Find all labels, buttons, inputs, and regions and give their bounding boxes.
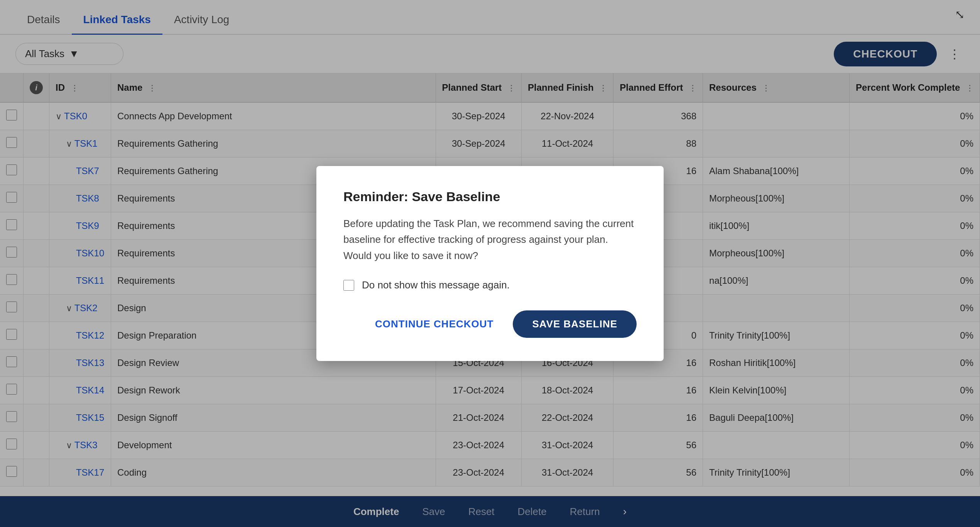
modal-body: Before updating the Task Plan, we recomm… bbox=[343, 216, 637, 264]
save-baseline-button[interactable]: SAVE BASELINE bbox=[513, 310, 637, 338]
dont-show-label: Do not show this message again. bbox=[362, 279, 510, 291]
modal-actions: CONTINUE CHECKOUT SAVE BASELINE bbox=[343, 310, 637, 338]
main-container: Details Linked Tasks Activity Log ⤡ All … bbox=[0, 0, 980, 527]
continue-checkout-button[interactable]: CONTINUE CHECKOUT bbox=[367, 312, 501, 336]
modal-checkbox-row: Do not show this message again. bbox=[343, 279, 637, 291]
modal-dialog: Reminder: Save Baseline Before updating … bbox=[316, 166, 664, 361]
modal-title: Reminder: Save Baseline bbox=[343, 189, 637, 204]
modal-overlay: Reminder: Save Baseline Before updating … bbox=[0, 0, 980, 527]
dont-show-checkbox[interactable] bbox=[343, 280, 354, 291]
